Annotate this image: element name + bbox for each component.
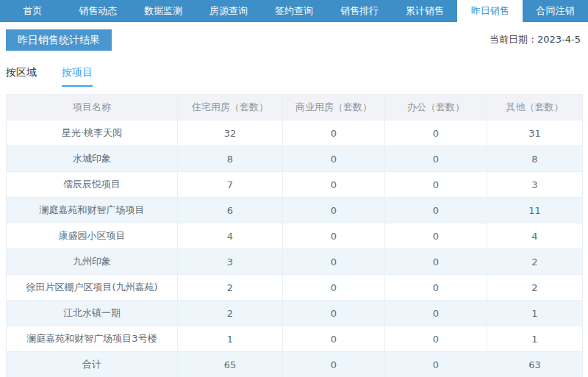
sales-statistics-table: 项目名称住宅用房（套数）商业用房（套数）办公（套数）其他（套数） 星光·桃李天阅… xyxy=(6,94,583,377)
table-cell-office: 0 xyxy=(385,249,487,275)
table-cell-residential: 1 xyxy=(178,326,283,352)
table-cell-commercial: 0 xyxy=(283,275,385,301)
table-row: 澜庭嘉苑和财智广场项目60011 xyxy=(7,198,583,223)
table-cell-residential: 2 xyxy=(178,301,283,326)
table-cell-office: 0 xyxy=(385,326,487,352)
table-cell-office: 0 xyxy=(385,198,487,223)
table-row: 康盛园小区项目4004 xyxy=(7,223,583,249)
table-cell-name: 徐田片区棚户区项目(九州嘉苑) xyxy=(7,275,178,301)
table-cell-commercial: 0 xyxy=(283,172,385,198)
table-cell-other: 63 xyxy=(487,352,583,377)
table-cell-commercial: 0 xyxy=(283,223,385,249)
table-cell-office: 0 xyxy=(385,301,487,326)
table-cell-residential: 7 xyxy=(178,172,283,198)
nav-item[interactable]: 首页 xyxy=(0,0,65,22)
table-cell-office: 0 xyxy=(385,275,487,301)
table-cell-name: 九州印象 xyxy=(7,249,178,275)
table-cell-other: 2 xyxy=(487,249,583,275)
table-cell-residential: 3 xyxy=(178,249,283,275)
table-head: 项目名称住宅用房（套数）商业用房（套数）办公（套数）其他（套数） xyxy=(7,95,583,121)
nav-item[interactable]: 房源查询 xyxy=(196,0,262,22)
nav-item[interactable]: 昨日销售 xyxy=(457,0,523,22)
view-tab[interactable]: 按区域 xyxy=(6,66,37,87)
table-cell-residential: 65 xyxy=(178,352,283,377)
table-cell-other: 1 xyxy=(487,301,583,326)
table-cell-other: 11 xyxy=(487,198,583,223)
view-tabs: 按区域按项目 xyxy=(6,66,582,87)
table-cell-office: 0 xyxy=(385,352,487,377)
table-cell-name: 水城印象 xyxy=(7,146,178,172)
table-cell-residential: 2 xyxy=(178,275,283,301)
table-cell-residential: 6 xyxy=(178,198,283,223)
nav-item[interactable]: 签约查询 xyxy=(262,0,327,22)
table-cell-office: 0 xyxy=(385,172,487,198)
page-header: 昨日销售统计结果 当前日期：2023-4-5 xyxy=(6,29,581,51)
view-tab[interactable]: 按项目 xyxy=(62,66,93,87)
table-cell-name: 澜庭嘉苑和财智广场项目3号楼 xyxy=(7,326,178,352)
column-header: 商业用房（套数） xyxy=(283,95,385,121)
table-cell-commercial: 0 xyxy=(283,249,385,275)
table-row: 水城印象8008 xyxy=(7,146,583,172)
table-cell-other: 3 xyxy=(487,172,583,198)
table-cell-other: 2 xyxy=(487,275,583,301)
table-cell-office: 0 xyxy=(385,223,487,249)
current-date-label: 当前日期：2023-4-5 xyxy=(490,33,581,46)
table-cell-other: 4 xyxy=(487,223,583,249)
table-cell-commercial: 0 xyxy=(283,352,385,377)
table-cell-commercial: 0 xyxy=(283,146,385,172)
table-row: 江北水镇一期2001 xyxy=(7,301,583,326)
table-row: 星光·桃李天阅320031 xyxy=(7,121,583,146)
table-cell-name: 康盛园小区项目 xyxy=(7,223,178,249)
table-body: 星光·桃李天阅320031水城印象8008儒辰辰悦项目7003澜庭嘉苑和财智广场… xyxy=(7,121,583,377)
nav-item[interactable]: 数据监测 xyxy=(131,0,196,22)
nav-item[interactable]: 累计销售 xyxy=(392,0,457,22)
table-cell-residential: 8 xyxy=(178,146,283,172)
nav-item[interactable]: 销售动态 xyxy=(65,0,131,22)
table-cell-other: 1 xyxy=(487,326,583,352)
table-cell-other: 31 xyxy=(487,121,583,146)
table-row: 九州印象3002 xyxy=(7,249,583,275)
column-header: 项目名称 xyxy=(7,95,178,121)
table-row: 合计650063 xyxy=(7,352,583,377)
table-cell-commercial: 0 xyxy=(283,301,385,326)
column-header: 其他（套数） xyxy=(487,95,583,121)
table-cell-office: 0 xyxy=(385,146,487,172)
table-row: 儒辰辰悦项目7003 xyxy=(7,172,583,198)
table-cell-commercial: 0 xyxy=(283,121,385,146)
column-header: 办公（套数） xyxy=(385,95,487,121)
table-cell-name: 儒辰辰悦项目 xyxy=(7,172,178,198)
table-cell-commercial: 0 xyxy=(283,198,385,223)
column-header: 住宅用房（套数） xyxy=(178,95,283,121)
table-row: 澜庭嘉苑和财智广场项目3号楼1001 xyxy=(7,326,583,352)
table-row: 徐田片区棚户区项目(九州嘉苑)2002 xyxy=(7,275,583,301)
table-cell-office: 0 xyxy=(385,121,487,146)
table-cell-name: 星光·桃李天阅 xyxy=(7,121,178,146)
table-cell-name: 江北水镇一期 xyxy=(7,301,178,326)
table-cell-other: 8 xyxy=(487,146,583,172)
nav-item[interactable]: 销售排行 xyxy=(326,0,392,22)
page-title: 昨日销售统计结果 xyxy=(6,29,112,51)
table-cell-name: 澜庭嘉苑和财智广场项目 xyxy=(7,198,178,223)
table-header-row: 项目名称住宅用房（套数）商业用房（套数）办公（套数）其他（套数） xyxy=(7,95,583,121)
table-cell-name: 合计 xyxy=(7,352,178,377)
nav-item[interactable]: 合同注销 xyxy=(523,0,588,22)
table-cell-residential: 4 xyxy=(178,223,283,249)
top-navigation: 首页销售动态数据监测房源查询签约查询销售排行累计销售昨日销售合同注销 xyxy=(0,0,588,22)
table-cell-residential: 32 xyxy=(178,121,283,146)
table-cell-commercial: 0 xyxy=(283,326,385,352)
